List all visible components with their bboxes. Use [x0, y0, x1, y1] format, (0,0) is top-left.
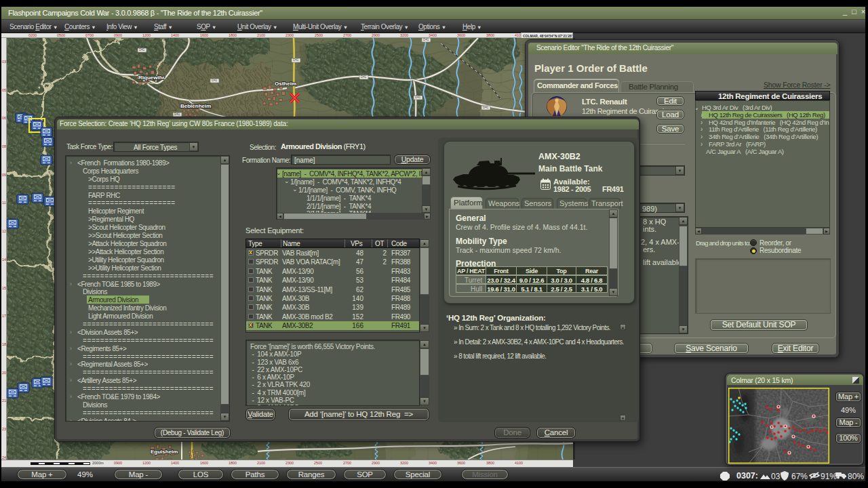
- svg-text:D41: D41: [415, 96, 421, 99]
- svg-text:D41: D41: [174, 113, 180, 116]
- svg-text:D41: D41: [139, 48, 145, 52]
- svg-text:D41: D41: [293, 58, 299, 62]
- svg-text:Eguisheim: Eguisheim: [151, 449, 178, 455]
- svg-text:Beblenheim: Beblenheim: [180, 103, 211, 109]
- svg-text:D41: D41: [212, 79, 218, 82]
- svg-text:D41: D41: [423, 38, 429, 41]
- svg-text:D41: D41: [483, 106, 489, 109]
- svg-text:Riquewihr: Riquewihr: [138, 75, 165, 81]
- svg-text:Ostheim: Ostheim: [275, 81, 296, 87]
- svg-text:D41: D41: [361, 75, 367, 79]
